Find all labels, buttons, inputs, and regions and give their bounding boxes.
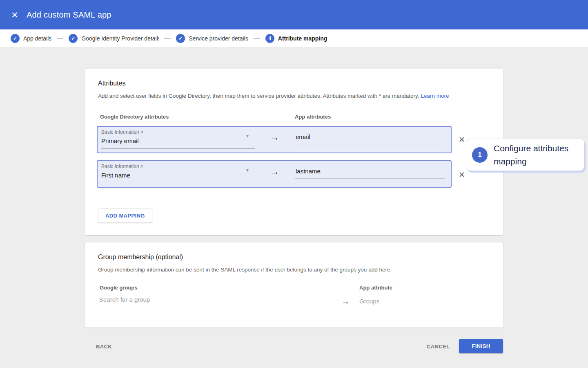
directory-attribute-select[interactable]: First name <box>101 172 130 179</box>
chevron-down-icon[interactable]: ▼ <box>245 134 249 138</box>
dialog-header: ✕ Add custom SAML app <box>0 0 588 29</box>
close-icon[interactable]: ✕ <box>10 11 20 19</box>
callout-text: Configure attributes mapping <box>494 142 578 168</box>
google-groups-header: Google groups <box>100 285 137 291</box>
check-icon: ✓ <box>69 34 78 43</box>
step-label: App details <box>23 35 51 42</box>
remove-mapping-icon[interactable]: ✕ <box>457 134 467 145</box>
step-attribute-mapping[interactable]: 4 Attribute mapping <box>265 34 327 43</box>
attribute-category-label: Basic Information > <box>101 164 143 169</box>
check-icon: ✓ <box>11 34 20 43</box>
app-attribute-input[interactable] <box>295 132 445 144</box>
add-custom-saml-app-dialog: ✕ Add custom SAML app ✓ App details ✓ Go… <box>0 0 588 368</box>
group-membership-description: Group membership information can be sent… <box>98 267 392 273</box>
select-underline <box>101 148 255 149</box>
group-app-attribute-input[interactable] <box>359 298 492 311</box>
group-membership-card: Group membership (optional) Group member… <box>85 242 503 328</box>
dialog-title: Add custom SAML app <box>27 10 111 20</box>
attribute-category-label: Basic Information > <box>101 129 143 135</box>
step-connector <box>164 38 171 39</box>
step-label: Service provider details <box>189 35 248 42</box>
cancel-button[interactable]: CANCEL <box>427 343 450 350</box>
wizard-stepper: ✓ App details ✓ Google Identity Provider… <box>0 29 588 48</box>
step-label: Google Identity Provider details <box>81 35 159 42</box>
select-underline <box>101 183 255 183</box>
learn-more-link[interactable]: Learn more <box>421 93 449 99</box>
remove-mapping-icon[interactable]: ✕ <box>457 169 467 180</box>
arrow-right-icon: → <box>271 167 279 177</box>
attributes-title: Attributes <box>98 80 126 87</box>
directory-attribute-select[interactable]: Primary email <box>101 137 139 144</box>
arrow-right-icon: → <box>271 133 279 142</box>
callout-step-badge: 1 <box>472 147 488 163</box>
group-membership-title: Group membership (optional) <box>98 254 183 261</box>
step-connector <box>254 38 260 39</box>
app-attribute-input[interactable] <box>295 166 445 179</box>
step-label: Attribute mapping <box>278 35 327 42</box>
step-number: 4 <box>265 34 274 43</box>
add-mapping-button[interactable]: ADD MAPPING <box>98 209 152 223</box>
app-attributes-header: App attributes <box>295 114 331 120</box>
step-service-provider-details[interactable]: ✓ Service provider details <box>176 34 248 43</box>
back-button[interactable]: BACK <box>96 343 112 350</box>
group-search-input[interactable] <box>99 296 334 311</box>
attributes-description: Add and select user fields in Google Dir… <box>98 93 449 99</box>
step-app-details[interactable]: ✓ App details <box>11 34 51 43</box>
attributes-card: Attributes Add and select user fields in… <box>85 69 503 235</box>
check-icon: ✓ <box>176 34 185 43</box>
step-google-idp-details[interactable]: ✓ Google Identity Provider details <box>69 34 159 43</box>
mapping-row: Basic Information > Primary email ▼ → <box>97 126 452 153</box>
mapping-row: Basic Information > First name ▼ → <box>97 160 452 188</box>
arrow-right-icon: → <box>341 297 350 306</box>
chevron-down-icon[interactable]: ▼ <box>245 168 249 173</box>
configure-attributes-callout: 1 Configure attributes mapping <box>466 139 584 171</box>
step-connector <box>57 38 63 39</box>
finish-button[interactable]: FINISH <box>459 339 503 353</box>
google-directory-attributes-header: Google Directory attributes <box>100 114 169 120</box>
attributes-description-text: Add and select user fields in Google Dir… <box>98 93 419 99</box>
app-attribute-header: App attribute <box>359 285 392 291</box>
